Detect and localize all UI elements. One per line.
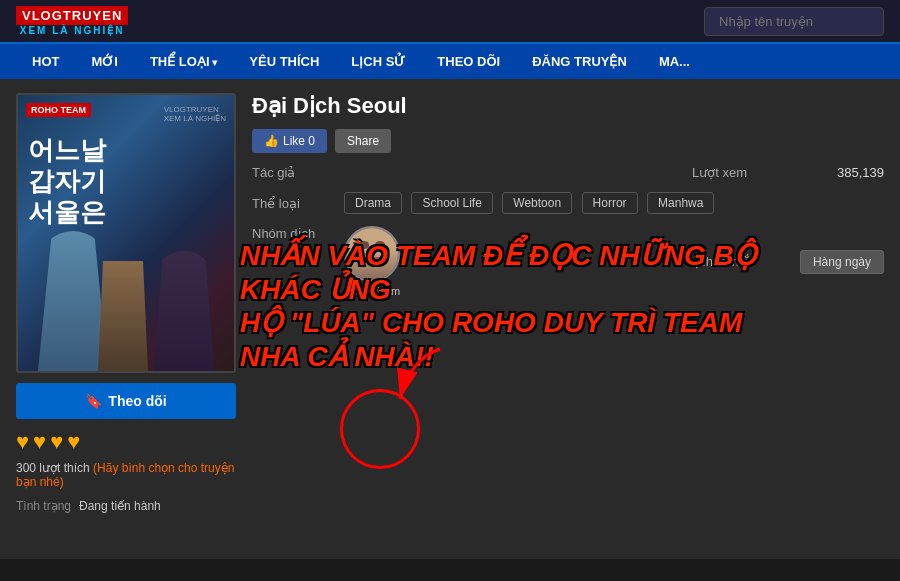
tags-container: Drama School Life Webtoon Horror Manhwa xyxy=(344,192,719,214)
status-row: Tình trạng Đang tiến hành xyxy=(16,499,236,513)
like-count: Like 0 xyxy=(283,134,315,148)
nhom-dich-team-label: Roho Team xyxy=(344,285,400,297)
search-input[interactable] xyxy=(704,7,884,36)
nhom-dich-team-container[interactable]: Roho Team xyxy=(344,226,400,297)
nhom-dich-left: Nhóm dịch Roho Team xyxy=(252,226,400,297)
right-panel: Đại Dịch Seoul 👍 Like 0 Share Tác giả Lư… xyxy=(252,93,884,545)
header: VLOGTRUYEN XEM LÀ NGHIỆN xyxy=(0,0,900,44)
luot-xem-value: 385,139 xyxy=(804,165,884,180)
tinh-trang-label: Tình trạng xyxy=(16,499,71,513)
logo-bottom: XEM LÀ NGHIỆN xyxy=(20,25,125,36)
heart-3[interactable]: ♥ xyxy=(50,429,63,455)
tag-horror[interactable]: Horror xyxy=(582,192,638,214)
nav-theo-doi[interactable]: THEO DÕI xyxy=(421,44,516,79)
tac-gia-row: Tác giả Lượt xem 385,139 xyxy=(252,165,884,180)
nav-moi[interactable]: MỚI xyxy=(75,44,133,79)
nav-the-loai[interactable]: THỂ LOẠI xyxy=(134,44,233,79)
nhom-dich-face xyxy=(346,228,398,280)
thumbs-up-icon: 👍 xyxy=(264,134,279,148)
logo-top: VLOGTRUYEN xyxy=(16,6,128,25)
hearts-row: ♥ ♥ ♥ ♥ xyxy=(16,429,236,455)
like-button[interactable]: 👍 Like 0 xyxy=(252,129,327,153)
lich-ra-mat-block: Lịch ra mắt Hàng ngày xyxy=(688,250,884,274)
cover-roho-team-badge: ROHO TEAM xyxy=(26,103,91,117)
nav-bar: HOT MỚI THỂ LOẠI YÊU THÍCH LỊCH SỬ THEO … xyxy=(0,44,900,79)
the-loai-label: Thể loại xyxy=(252,196,332,211)
nav-yeu-thich[interactable]: YÊU THÍCH xyxy=(233,44,335,79)
nav-dang-truyen[interactable]: ĐĂNG TRUYỆN xyxy=(516,44,643,79)
lich-ra-mat-label: Lịch ra mắt xyxy=(688,254,788,269)
manga-cover: ROHO TEAM VLOGTRUYENXEM LÀ NGHIỆN 어느날갑자기… xyxy=(16,93,236,373)
main-content: ROHO TEAM VLOGTRUYENXEM LÀ NGHIỆN 어느날갑자기… xyxy=(0,79,900,559)
character-3 xyxy=(98,261,148,371)
likes-text: 300 lượt thích (Hãy bình chọn cho truyện… xyxy=(16,461,236,489)
tag-webtoon[interactable]: Webtoon xyxy=(502,192,572,214)
heart-4[interactable]: ♥ xyxy=(67,429,80,455)
left-panel: ROHO TEAM VLOGTRUYENXEM LÀ NGHIỆN 어느날갑자기… xyxy=(16,93,236,545)
manga-title: Đại Dịch Seoul xyxy=(252,93,884,119)
nav-ma[interactable]: MA... xyxy=(643,44,706,79)
nhom-dich-avatar[interactable] xyxy=(344,226,400,282)
eye-left xyxy=(359,241,369,249)
heart-2[interactable]: ♥ xyxy=(33,429,46,455)
hang-ngay-button[interactable]: Hàng ngày xyxy=(800,250,884,274)
character-1 xyxy=(38,231,108,371)
mouth xyxy=(362,257,383,261)
share-button[interactable]: Share xyxy=(335,129,391,153)
nav-hot[interactable]: HOT xyxy=(16,44,75,79)
bookmark-icon: 🔖 xyxy=(85,393,102,409)
luot-xem-block: Lượt xem 385,139 xyxy=(692,165,884,180)
tag-school[interactable]: School Life xyxy=(411,192,492,214)
nav-lich-su[interactable]: LỊCH SỬ xyxy=(335,44,421,79)
nhom-dich-label: Nhóm dịch xyxy=(252,226,332,241)
tac-gia-label: Tác giả xyxy=(252,165,332,180)
the-loai-left: Thể loại Drama School Life Webtoon Horro… xyxy=(252,192,719,214)
luot-xem-label: Lượt xem xyxy=(692,165,792,180)
logo[interactable]: VLOGTRUYEN XEM LÀ NGHIỆN xyxy=(16,6,128,36)
cover-watermark: VLOGTRUYENXEM LÀ NGHIỆN xyxy=(164,105,226,123)
tac-gia-left: Tác giả xyxy=(252,165,344,180)
theo-doi-label: Theo dõi xyxy=(108,393,166,409)
nhom-dich-row: Nhóm dịch Roho Team Lịch ra mắt Hà xyxy=(252,226,884,297)
tinh-trang-value: Đang tiến hành xyxy=(79,499,161,513)
theo-doi-button[interactable]: 🔖 Theo dõi xyxy=(16,383,236,419)
character-2 xyxy=(154,251,214,371)
eye-right xyxy=(375,241,385,249)
tag-drama[interactable]: Drama xyxy=(344,192,402,214)
cover-korean-title: 어느날갑자기서울은 xyxy=(28,135,106,229)
tag-manhwa[interactable]: Manhwa xyxy=(647,192,714,214)
heart-1[interactable]: ♥ xyxy=(16,429,29,455)
like-share-row: 👍 Like 0 Share xyxy=(252,129,884,153)
the-loai-row: Thể loại Drama School Life Webtoon Horro… xyxy=(252,192,884,214)
